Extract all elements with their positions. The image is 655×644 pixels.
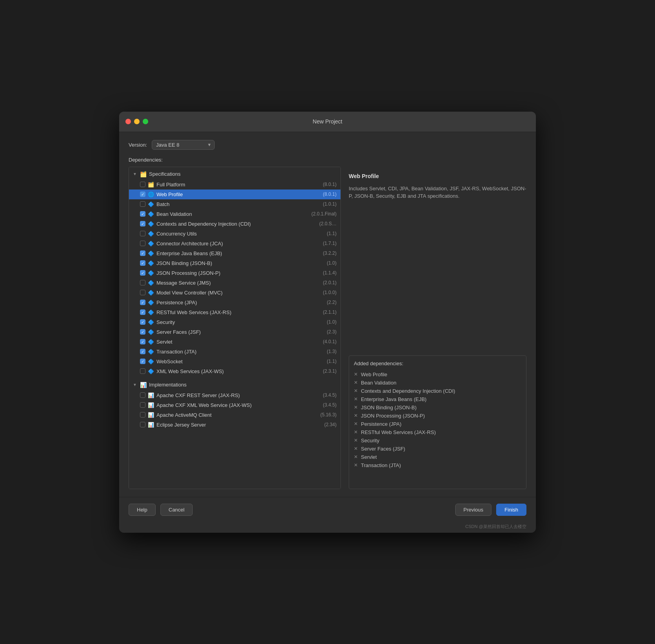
checkbox-websocket[interactable]: ✓ (140, 359, 145, 364)
help-button[interactable]: Help (129, 504, 156, 516)
version-select[interactable]: Java EE 8 Java EE 7 Jakarta EE 8 (152, 140, 215, 150)
checkbox-jaxws[interactable] (140, 368, 145, 374)
list-item: ✕ Servlet (354, 453, 521, 461)
checkbox-jaxrs[interactable]: ✓ (140, 309, 145, 315)
item-version: (1.3) (327, 349, 337, 354)
checkbox-jms[interactable] (140, 280, 145, 285)
list-item[interactable]: ✓ 🔷 Server Faces (JSF) (2.3) (129, 327, 340, 337)
list-item[interactable]: 🔷 Concurrency Utils (1.1) (129, 229, 340, 239)
item-name: Server Faces (JSF) (156, 329, 324, 335)
remove-icon[interactable]: ✕ (354, 421, 358, 427)
implementations-section-header[interactable]: ▼ 📊 Implementations (129, 379, 340, 390)
list-item[interactable]: 📊 Apache ActiveMQ Client (5.16.3) (129, 410, 340, 420)
checkbox-jsonb[interactable]: ✓ (140, 260, 145, 266)
list-item[interactable]: 📊 Apache CXF REST Server (JAX-RS) (3.4.5… (129, 390, 340, 400)
added-dependencies-label: Added dependencies: (354, 361, 521, 366)
list-item[interactable]: 📊 Apache CXF XML Web Service (JAX-WS) (3… (129, 400, 340, 410)
checkbox-batch[interactable] (140, 201, 145, 207)
checkbox-jta[interactable]: ✓ (140, 349, 145, 354)
window-title: New Project (313, 118, 342, 125)
spec-icon: 🔷 (148, 349, 154, 355)
list-item[interactable]: ✓ 🔷 JSON Processing (JSON-P) (1.1.4) (129, 268, 340, 278)
checkbox-jsf[interactable]: ✓ (140, 329, 145, 335)
list-item[interactable]: 📊 Eclipse Jersey Server (2.34) (129, 420, 340, 430)
checkbox-full-platform[interactable] (140, 182, 145, 187)
item-version: (3.4.5) (323, 392, 337, 398)
checkbox-cxf-xml[interactable] (140, 402, 145, 408)
dep-name: Security (361, 438, 379, 443)
remove-icon[interactable]: ✕ (354, 388, 358, 394)
list-item[interactable]: ✓ 🔷 WebSocket (1.1) (129, 357, 340, 366)
dependencies-tree[interactable]: ▼ 🗂️ Specifications 🗂️ Full Platform (8.… (129, 167, 341, 489)
checkbox-web-profile[interactable]: ✓ (140, 191, 145, 197)
close-button[interactable] (125, 119, 131, 124)
item-version: (1.1) (327, 231, 337, 236)
checkbox-mvc[interactable] (140, 290, 145, 295)
list-item[interactable]: ✓ 🔷 RESTful Web Services (JAX-RS) (2.1.1… (129, 307, 340, 317)
list-item[interactable]: 🔷 Connector Architecture (JCA) (1.7.1) (129, 239, 340, 248)
item-version: (2.0.1.Final) (311, 211, 337, 217)
minimize-button[interactable] (134, 119, 140, 124)
new-project-window: New Project Version: Java EE 8 Java EE 7… (119, 112, 536, 533)
list-item[interactable]: ✓ 🔷 Servlet (4.0.1) (129, 337, 340, 347)
finish-button[interactable]: Finish (496, 504, 526, 516)
dep-name: JSON Processing (JSON-P) (361, 413, 425, 419)
list-item[interactable]: 🔷 Batch (1.0.1) (129, 199, 340, 209)
dep-name: Web Profile (361, 372, 387, 377)
remove-icon[interactable]: ✕ (354, 396, 358, 402)
version-label: Version: (129, 142, 147, 148)
checkbox-servlet[interactable]: ✓ (140, 339, 145, 344)
titlebar: New Project (119, 112, 536, 132)
list-item[interactable]: ✓ 🔷 Transaction (JTA) (1.3) (129, 347, 340, 357)
cancel-button[interactable]: Cancel (160, 504, 193, 516)
remove-icon[interactable]: ✕ (354, 380, 358, 385)
spec-icon: 🔷 (148, 339, 154, 345)
item-name: Concurrency Utils (156, 231, 324, 237)
list-item[interactable]: ✓ 🔷 Bean Validation (2.0.1.Final) (129, 209, 340, 219)
remove-icon[interactable]: ✕ (354, 372, 358, 377)
checkbox-jpa[interactable]: ✓ (140, 300, 145, 305)
checkbox-security[interactable]: ✓ (140, 319, 145, 325)
list-item[interactable]: ✓ 🔷 Enterprise Java Beans (EJB) (3.2.2) (129, 248, 340, 258)
checkbox-ejb[interactable]: ✓ (140, 250, 145, 256)
remove-icon[interactable]: ✕ (354, 462, 358, 468)
remove-icon[interactable]: ✕ (354, 405, 358, 410)
remove-icon[interactable]: ✕ (354, 429, 358, 435)
checkbox-cxf-rest[interactable] (140, 392, 145, 398)
list-item[interactable]: ✓ 🔷 Security (1.0) (129, 317, 340, 327)
item-name: Eclipse Jersey Server (156, 422, 321, 428)
remove-icon[interactable]: ✕ (354, 413, 358, 418)
dep-name: JSON Binding (JSON-B) (361, 405, 417, 410)
checkbox-bean-validation[interactable]: ✓ (140, 211, 145, 217)
item-version: (1.0.1) (323, 201, 337, 207)
list-item[interactable]: 🔷 Message Service (JMS) (2.0.1) (129, 278, 340, 288)
remove-icon[interactable]: ✕ (354, 446, 358, 451)
previous-button[interactable]: Previous (455, 504, 492, 516)
list-item[interactable]: 🔷 XML Web Services (JAX-WS) (2.3.1) (129, 366, 340, 376)
list-item[interactable]: ✓ 🔷 Contexts and Dependency Injection (C… (129, 219, 340, 229)
checkbox-concurrency[interactable] (140, 231, 145, 236)
list-item: ✕ RESTful Web Services (JAX-RS) (354, 428, 521, 436)
list-item[interactable]: 🗂️ Full Platform (8.0.1) (129, 180, 340, 190)
spec-icon: 🔷 (148, 368, 154, 374)
checkbox-activemq[interactable] (140, 412, 145, 418)
list-item: ✕ Web Profile (354, 370, 521, 379)
checkbox-jca[interactable] (140, 241, 145, 246)
list-item[interactable]: ✓ 🔷 Persistence (JPA) (2.2) (129, 298, 340, 307)
checkbox-jsonp[interactable]: ✓ (140, 270, 145, 276)
item-version: (2.0.S… (319, 221, 337, 226)
item-name: RESTful Web Services (JAX-RS) (156, 309, 320, 315)
spec-icon: 🔷 (148, 260, 154, 266)
added-dependencies-panel: Added dependencies: ✕ Web Profile ✕ Bean… (349, 355, 526, 489)
remove-icon[interactable]: ✕ (354, 454, 358, 460)
checkbox-cdi[interactable]: ✓ (140, 221, 145, 226)
list-item-web-profile[interactable]: ✓ 🌐 Web Profile (8.0.1) ◀ (129, 190, 340, 199)
checkbox-jersey[interactable] (140, 422, 145, 427)
list-item[interactable]: ✓ 🔷 JSON Binding (JSON-B) (1.0) (129, 258, 340, 268)
description-panel: Web Profile Includes Servlet, CDI, JPA, … (349, 167, 526, 355)
remove-icon[interactable]: ✕ (354, 438, 358, 443)
list-item[interactable]: 🔷 Model View Controller (MVC) (1.0.0) (129, 288, 340, 298)
specifications-section-header[interactable]: ▼ 🗂️ Specifications (129, 169, 340, 180)
maximize-button[interactable] (143, 119, 148, 124)
main-content: Version: Java EE 8 Java EE 7 Jakarta EE … (119, 132, 536, 497)
